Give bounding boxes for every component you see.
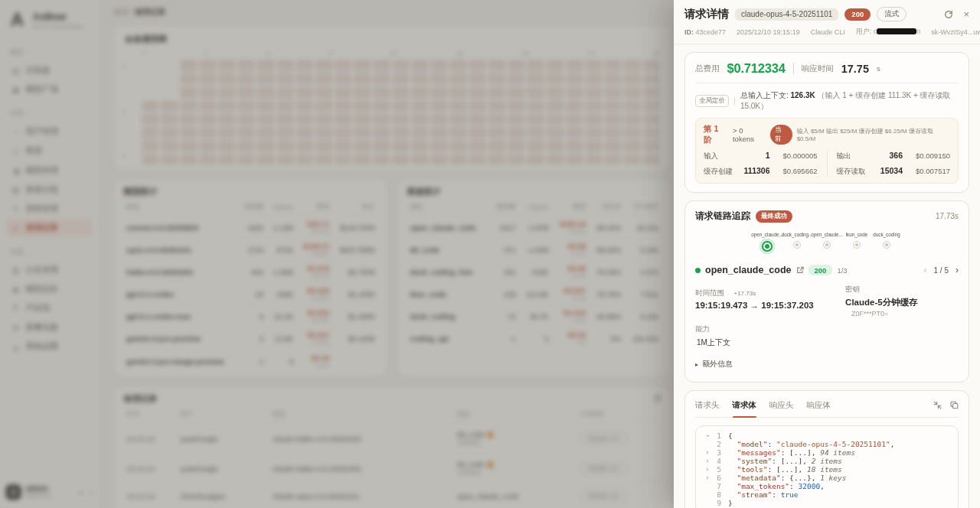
fold-caret-empty <box>704 482 711 490</box>
trace-step[interactable]: open_claude... <box>812 232 842 252</box>
code-text: "metadata": {...}, 1 keys <box>728 474 847 482</box>
redacted-username <box>877 28 916 34</box>
expand-caret-icon: ▸ <box>695 361 698 368</box>
trace-step[interactable]: ikun_code <box>842 232 872 252</box>
tab-response-headers[interactable]: 响应头 <box>769 398 794 417</box>
fold-caret-empty <box>704 490 711 499</box>
fold-caret-empty <box>704 499 711 507</box>
code-line: ›4 "system": [...], 2 items <box>704 457 950 465</box>
line-number: 9 <box>711 499 721 507</box>
tier-cell: 缓存创建 111306 $0.695662 <box>704 166 818 177</box>
trace-card: 请求链路追踪 最终成功 17.73s open_claude... duck_c… <box>684 200 969 383</box>
request-time: 2025/12/10 19:15:19 <box>737 28 800 36</box>
line-number: 6 <box>711 474 721 482</box>
trace-step[interactable]: duck_coding... <box>782 232 812 252</box>
code-line: ›6 "metadata": {...}, 1 keys <box>704 474 950 482</box>
prev-page-icon[interactable]: ‹ <box>924 265 927 275</box>
external-link-icon[interactable] <box>796 266 804 274</box>
fold-caret-icon[interactable]: › <box>704 432 712 440</box>
context-total: 126.3K <box>790 91 815 99</box>
step-label: open_claude... <box>751 232 782 237</box>
line-number: 8 <box>711 490 721 499</box>
rt-label: 响应时间 <box>802 64 834 74</box>
step-dot-icon[interactable] <box>793 241 801 249</box>
drawer-title: 请求详情 <box>684 7 729 21</box>
pricing-tier-box: 第 1 阶 > 0 tokens 当前 输入 $5/M 输出 $25/M 缓存创… <box>695 118 959 184</box>
fold-caret-icon[interactable]: › <box>704 457 711 465</box>
key-label: 密钥 <box>845 285 959 295</box>
fold-caret-icon[interactable]: › <box>704 474 711 482</box>
capability-label: 能力 <box>695 324 959 334</box>
tab-request-headers[interactable]: 请求头 <box>695 398 720 417</box>
tier-name: 第 1 阶 <box>704 124 728 145</box>
fee-label: 总费用 <box>695 64 720 74</box>
tier-cell: 输入 1 $0.000005 <box>704 151 818 161</box>
status-code-badge: 200 <box>844 8 871 21</box>
line-number: 5 <box>711 465 721 474</box>
step-label: duck_coding <box>873 232 900 237</box>
channel-status-dot <box>695 268 701 273</box>
collapse-viewer-icon[interactable] <box>933 401 942 409</box>
fold-caret-icon[interactable]: › <box>704 448 711 457</box>
tab-request-body[interactable]: 请求体 <box>733 398 757 417</box>
line-number: 4 <box>711 457 721 465</box>
tab-response-body[interactable]: 响应体 <box>807 398 831 417</box>
line-number: 1 <box>711 431 721 440</box>
step-label: open_claude... <box>811 232 842 237</box>
trace-duration: 17.73s <box>936 212 959 220</box>
code-text: "system": [...], 2 items <box>728 457 842 465</box>
code-text: "messages": [...], 94 items <box>728 448 855 457</box>
line-number: 3 <box>711 448 721 457</box>
step-dot-icon[interactable] <box>853 241 861 249</box>
key-name: Claude-5分钟缓存Z0F***PT0= <box>845 297 959 318</box>
attempt-status-badge: 200 <box>808 265 833 275</box>
request-meta: ID: 43cede77 2025/12/10 19:15:19 Claude … <box>684 27 969 37</box>
code-line: 8 "stream": true <box>704 490 950 499</box>
capability-value: 1M上下文 <box>695 337 732 349</box>
total-fee: $0.712334 <box>727 61 786 76</box>
page-indicator: 1 / 5 <box>934 266 949 275</box>
trace-step[interactable]: open_claude... <box>753 232 782 252</box>
time-range-value: 19:15:19.473 → 19:15:37.203 <box>695 301 845 310</box>
trace-stepper: open_claude... duck_coding... open_claud… <box>695 232 959 252</box>
key-masked-value: Z0F***PT0= <box>851 310 888 318</box>
payload-viewer-card: 请求头 请求体 响应头 响应体 ›1{2 "model": "claude-op… <box>684 390 969 508</box>
tier-rates: 输入 $5/M 输出 $25/M 缓存创建 $6.25/M 缓存读取 $0.5/… <box>797 127 950 142</box>
copy-icon[interactable] <box>950 401 959 409</box>
code-text: "max_tokens": 32000, <box>728 482 825 490</box>
refresh-icon[interactable] <box>944 10 953 19</box>
time-range-label: 时间范围 <box>695 288 724 297</box>
attempt-channel-name: open_claude_code <box>705 265 792 275</box>
step-dot-icon[interactable] <box>823 241 831 249</box>
code-text: } <box>728 499 733 507</box>
json-code-viewer[interactable]: ›1{2 "model": "claude-opus-4-5-20251101"… <box>695 425 959 508</box>
tier-cell: 输出 366 $0.009150 <box>837 151 951 161</box>
code-line: ›5 "tools": [...], 18 items <box>704 465 950 474</box>
fold-caret-icon[interactable]: › <box>704 465 711 474</box>
code-text: { <box>728 431 733 440</box>
api-key-masked: sk-WvzISy4...uwgB <box>931 28 980 36</box>
next-page-icon[interactable]: › <box>956 265 959 275</box>
extra-info-toggle[interactable]: ▸ 额外信息 <box>695 359 959 370</box>
response-time: 17.75 <box>841 63 869 75</box>
request-id: 43cede77 <box>696 28 727 36</box>
client-name: Claude CLI <box>811 28 845 36</box>
tier-cell: 缓存读取 15034 $0.007517 <box>837 166 951 177</box>
close-icon[interactable]: × <box>963 9 969 19</box>
step-label: ikun_code <box>846 232 868 237</box>
line-number: 7 <box>711 482 721 490</box>
global-pricing-badge: 全局定价 <box>695 95 729 107</box>
trace-step[interactable]: duck_coding <box>872 232 902 252</box>
code-line: ›3 "messages": [...], 94 items <box>704 448 950 457</box>
step-dot-icon[interactable] <box>762 241 773 252</box>
step-dot-icon[interactable] <box>883 241 890 249</box>
cost-card: 总费用 $0.712334 响应时间 17.75 s 全局定价 总输入上下文: … <box>684 52 969 193</box>
final-success-badge: 最终成功 <box>756 210 792 223</box>
trace-title: 请求链路追踪 <box>695 210 750 223</box>
line-number: 2 <box>711 440 721 448</box>
code-text: "tools": [...], 18 items <box>728 465 842 474</box>
stream-badge: 流式 <box>877 7 906 21</box>
code-line: 9} <box>704 499 950 507</box>
step-label: duck_coding... <box>782 232 813 237</box>
code-line: 7 "max_tokens": 32000, <box>704 482 950 490</box>
